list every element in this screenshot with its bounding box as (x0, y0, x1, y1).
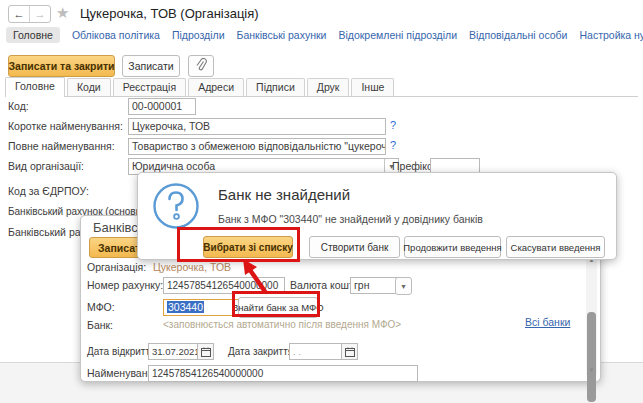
nav-item-responsible-persons[interactable]: Відповідальні особи (469, 29, 567, 41)
prefix-label: Префікс: (392, 160, 435, 172)
account-number-label: Номер рахунку: (87, 279, 163, 291)
nav-item-main[interactable]: Головне (6, 27, 60, 43)
tab-main[interactable]: Головне (5, 77, 65, 97)
bank-label: Банк: (87, 319, 113, 331)
org-type-label: Вид організації: (8, 160, 84, 172)
nav-item-bank-accounts[interactable]: Банківські рахунки (237, 29, 327, 41)
tab-signatures[interactable]: Підписи (246, 78, 305, 96)
currency-select[interactable]: грн (350, 277, 398, 294)
tab-other[interactable]: Інше (351, 78, 394, 96)
currency-dropdown-icon[interactable]: ▾ (395, 277, 412, 295)
short-name-label: Коротке найменування: (8, 120, 123, 132)
close-date-input[interactable]: . . (289, 343, 347, 360)
scrollbar-thumb[interactable] (587, 312, 596, 402)
dialog-message: Банк з МФО "303440" не знайдений у довід… (218, 213, 483, 225)
annotation-rect-select-button (177, 227, 300, 262)
org-type-value: Юридична особа (132, 160, 215, 172)
account-name-input[interactable]: 12457854126540000000 (148, 365, 418, 382)
full-name-label: Повне найменування: (8, 140, 115, 152)
save-and-close-button[interactable]: Записати та закрити (8, 55, 115, 77)
nav-item-accounting-policy[interactable]: Облікова політика (72, 29, 160, 41)
save-button[interactable]: Записати (122, 55, 180, 77)
continue-input-button[interactable]: Продовжити введення (404, 236, 501, 258)
mfo-label: МФО: (87, 301, 115, 313)
all-banks-link[interactable]: Всі банки (525, 316, 570, 328)
forward-icon[interactable]: → (29, 6, 50, 22)
paperclip-icon (195, 58, 207, 74)
tab-registration[interactable]: Реєстрація (113, 78, 187, 96)
edrpou-label: Код за ЄДРПОУ: (8, 185, 89, 197)
tab-print[interactable]: Друк (307, 78, 350, 96)
code-label: Код: (8, 100, 29, 112)
section-nav: Головне Облікова політика Підрозділи Бан… (6, 27, 643, 43)
bank-org-label: Організація: (87, 261, 146, 273)
nav-item-departments[interactable]: Підрозділи (172, 29, 225, 41)
bank-autofill-placeholder: <заповнюється автоматично після введення… (163, 319, 401, 330)
bank-org-value: Цукерочка, ТОВ (153, 261, 231, 273)
nav-item-separate-units[interactable]: Відокремлені підрозділи (338, 29, 457, 41)
close-date-label: Дата закриття: (228, 346, 296, 357)
window-scrollbar[interactable]: ▲ ▼ (586, 256, 597, 375)
scroll-down-icon[interactable]: ▼ (586, 366, 597, 374)
open-date-input[interactable]: 31.07.2021 (148, 343, 204, 360)
back-icon[interactable]: ← (9, 6, 29, 22)
annotation-rect-find-bank-button (232, 291, 320, 317)
tab-codes[interactable]: Коди (67, 78, 111, 96)
mfo-selected-text: 303440 (167, 301, 204, 313)
mfo-input[interactable]: 303440 (163, 299, 239, 316)
code-input[interactable]: 00-000001 (128, 98, 196, 115)
close-date-calendar-icon[interactable] (341, 343, 358, 360)
cancel-input-button[interactable]: Скасувати введення (506, 236, 605, 258)
app-window: ← → ★ Цукерочка, ТОВ (Організація) Голов… (0, 0, 643, 403)
tab-addresses[interactable]: Адреси (188, 78, 244, 96)
annotation-arrow-icon (236, 258, 278, 294)
full-name-input[interactable]: Товариство з обмеженою відповідальністю … (128, 138, 386, 155)
nav-item-tax-doc-numbering[interactable]: Настройка нумерації податкових документі… (579, 29, 643, 41)
question-icon (152, 182, 200, 232)
favorite-star-icon[interactable]: ★ (56, 4, 69, 22)
full-name-help-icon[interactable]: ? (390, 139, 396, 151)
open-date-calendar-icon[interactable] (197, 343, 214, 360)
history-nav: ← → (8, 5, 51, 23)
bank-window-title: Банківс (93, 220, 138, 235)
page-title: Цукерочка, ТОВ (Організація) (80, 6, 259, 21)
short-name-help-icon[interactable]: ? (390, 119, 396, 131)
form-tabs: Головне Коди Реєстрація Адреси Підписи Д… (5, 78, 638, 97)
short-name-input[interactable]: Цукерочка, ТОВ (128, 118, 386, 135)
attachment-button[interactable] (188, 55, 214, 77)
dialog-title: Банк не знайдений (218, 186, 350, 203)
create-bank-button[interactable]: Створити банк (309, 236, 400, 258)
